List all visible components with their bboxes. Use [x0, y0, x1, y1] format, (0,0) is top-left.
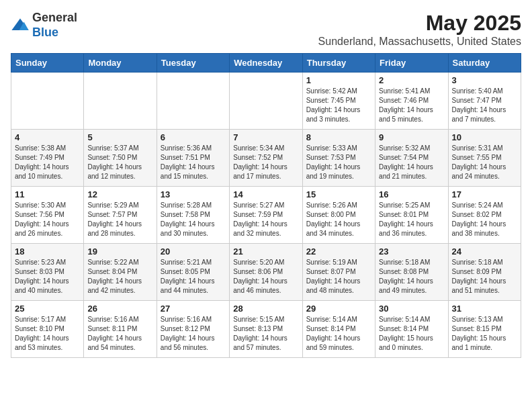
calendar-cell-w4-d2: 19Sunrise: 5:22 AM Sunset: 8:04 PM Dayli… [84, 244, 157, 301]
day-info-9: Sunrise: 5:32 AM Sunset: 7:54 PM Dayligh… [379, 144, 444, 181]
day-info-30: Sunrise: 5:14 AM Sunset: 8:14 PM Dayligh… [379, 315, 444, 353]
day-number-16: 16 [379, 189, 444, 199]
calendar-cell-w5-d1: 25Sunrise: 5:17 AM Sunset: 8:10 PM Dayli… [11, 301, 84, 358]
day-info-27: Sunrise: 5:16 AM Sunset: 8:12 PM Dayligh… [161, 315, 226, 353]
calendar-cell-w4-d7: 24Sunrise: 5:18 AM Sunset: 8:09 PM Dayli… [448, 244, 521, 301]
calendar-cell-w3-d4: 14Sunrise: 5:27 AM Sunset: 7:59 PM Dayli… [230, 187, 302, 244]
day-info-13: Sunrise: 5:28 AM Sunset: 7:58 PM Dayligh… [161, 201, 226, 238]
logo-icon [11, 16, 30, 35]
calendar-cell-w3-d6: 16Sunrise: 5:25 AM Sunset: 8:01 PM Dayli… [375, 187, 448, 244]
day-info-12: Sunrise: 5:29 AM Sunset: 7:57 PM Dayligh… [87, 201, 152, 238]
day-number-14: 14 [233, 189, 298, 199]
calendar-cell-w3-d3: 13Sunrise: 5:28 AM Sunset: 7:58 PM Dayli… [157, 187, 229, 244]
day-number-24: 24 [452, 246, 517, 257]
week-row-4: 18Sunrise: 5:23 AM Sunset: 8:03 PM Dayli… [11, 244, 521, 301]
day-number-10: 10 [452, 132, 517, 142]
day-number-13: 13 [161, 189, 226, 199]
day-info-16: Sunrise: 5:25 AM Sunset: 8:01 PM Dayligh… [379, 201, 444, 238]
calendar-cell-w1-d6: 2Sunrise: 5:41 AM Sunset: 7:46 PM Daylig… [375, 73, 448, 130]
title-area: May 2025 Sunderland, Massachusetts, Unit… [318, 11, 521, 48]
day-info-3: Sunrise: 5:40 AM Sunset: 7:47 PM Dayligh… [452, 87, 517, 124]
calendar-header-row: Sunday Monday Tuesday Wednesday Thursday… [11, 54, 521, 73]
logo-general-text: General [32, 11, 77, 26]
calendar-cell-w5-d7: 31Sunrise: 5:13 AM Sunset: 8:15 PM Dayli… [448, 301, 521, 358]
day-number-21: 21 [233, 246, 298, 257]
calendar-cell-w1-d4 [230, 73, 302, 130]
day-number-1: 1 [306, 75, 371, 85]
day-info-15: Sunrise: 5:26 AM Sunset: 8:00 PM Dayligh… [306, 201, 371, 238]
day-number-5: 5 [87, 132, 152, 142]
calendar-cell-w1-d7: 3Sunrise: 5:40 AM Sunset: 7:47 PM Daylig… [448, 73, 521, 130]
day-number-2: 2 [379, 75, 444, 85]
day-number-11: 11 [15, 189, 80, 199]
calendar-cell-w1-d5: 1Sunrise: 5:42 AM Sunset: 7:45 PM Daylig… [302, 73, 375, 130]
day-info-26: Sunrise: 5:16 AM Sunset: 8:11 PM Dayligh… [87, 315, 152, 353]
day-number-4: 4 [15, 132, 80, 142]
day-info-31: Sunrise: 5:13 AM Sunset: 8:15 PM Dayligh… [452, 315, 517, 353]
day-info-4: Sunrise: 5:38 AM Sunset: 7:49 PM Dayligh… [15, 144, 80, 181]
day-number-15: 15 [306, 189, 371, 199]
calendar-cell-w2-d3: 6Sunrise: 5:36 AM Sunset: 7:51 PM Daylig… [157, 130, 229, 187]
col-wednesday: Wednesday [230, 54, 302, 73]
day-number-9: 9 [379, 132, 444, 142]
day-info-17: Sunrise: 5:24 AM Sunset: 8:02 PM Dayligh… [452, 201, 517, 238]
calendar-cell-w3-d5: 15Sunrise: 5:26 AM Sunset: 8:00 PM Dayli… [302, 187, 375, 244]
calendar-cell-w1-d1 [11, 73, 84, 130]
col-tuesday: Tuesday [157, 54, 229, 73]
calendar-cell-w2-d6: 9Sunrise: 5:32 AM Sunset: 7:54 PM Daylig… [375, 130, 448, 187]
calendar-cell-w5-d6: 30Sunrise: 5:14 AM Sunset: 8:14 PM Dayli… [375, 301, 448, 358]
calendar-cell-w2-d4: 7Sunrise: 5:34 AM Sunset: 7:52 PM Daylig… [230, 130, 302, 187]
day-number-29: 29 [306, 304, 371, 314]
calendar-cell-w2-d1: 4Sunrise: 5:38 AM Sunset: 7:49 PM Daylig… [11, 130, 84, 187]
day-number-17: 17 [452, 189, 517, 199]
day-info-10: Sunrise: 5:31 AM Sunset: 7:55 PM Dayligh… [452, 144, 517, 181]
location-title: Sunderland, Massachusetts, United States [318, 36, 521, 48]
day-info-18: Sunrise: 5:23 AM Sunset: 8:03 PM Dayligh… [15, 258, 80, 295]
week-row-3: 11Sunrise: 5:30 AM Sunset: 7:56 PM Dayli… [11, 187, 521, 244]
day-info-23: Sunrise: 5:18 AM Sunset: 8:08 PM Dayligh… [379, 258, 444, 295]
calendar-cell-w4-d4: 21Sunrise: 5:20 AM Sunset: 8:06 PM Dayli… [230, 244, 302, 301]
calendar-cell-w5-d4: 28Sunrise: 5:15 AM Sunset: 8:13 PM Dayli… [230, 301, 302, 358]
day-number-20: 20 [161, 246, 226, 257]
day-number-28: 28 [233, 304, 298, 314]
day-info-6: Sunrise: 5:36 AM Sunset: 7:51 PM Dayligh… [161, 144, 226, 181]
calendar-cell-w3-d2: 12Sunrise: 5:29 AM Sunset: 7:57 PM Dayli… [84, 187, 157, 244]
day-number-12: 12 [87, 189, 152, 199]
calendar-cell-w5-d2: 26Sunrise: 5:16 AM Sunset: 8:11 PM Dayli… [84, 301, 157, 358]
col-friday: Friday [375, 54, 448, 73]
day-number-3: 3 [452, 75, 517, 85]
day-info-14: Sunrise: 5:27 AM Sunset: 7:59 PM Dayligh… [233, 201, 298, 238]
day-info-20: Sunrise: 5:21 AM Sunset: 8:05 PM Dayligh… [161, 258, 226, 295]
calendar-cell-w4-d1: 18Sunrise: 5:23 AM Sunset: 8:03 PM Dayli… [11, 244, 84, 301]
day-info-7: Sunrise: 5:34 AM Sunset: 7:52 PM Dayligh… [233, 144, 298, 181]
day-number-26: 26 [87, 304, 152, 314]
week-row-2: 4Sunrise: 5:38 AM Sunset: 7:49 PM Daylig… [11, 130, 521, 187]
calendar-cell-w4-d6: 23Sunrise: 5:18 AM Sunset: 8:08 PM Dayli… [375, 244, 448, 301]
calendar-cell-w5-d3: 27Sunrise: 5:16 AM Sunset: 8:12 PM Dayli… [157, 301, 229, 358]
day-info-5: Sunrise: 5:37 AM Sunset: 7:50 PM Dayligh… [87, 144, 152, 181]
day-number-18: 18 [15, 246, 80, 257]
calendar-cell-w1-d2 [84, 73, 157, 130]
day-info-11: Sunrise: 5:30 AM Sunset: 7:56 PM Dayligh… [15, 201, 80, 238]
col-thursday: Thursday [302, 54, 375, 73]
month-title: May 2025 [318, 11, 521, 36]
day-info-28: Sunrise: 5:15 AM Sunset: 8:13 PM Dayligh… [233, 315, 298, 353]
calendar-cell-w2-d5: 8Sunrise: 5:33 AM Sunset: 7:53 PM Daylig… [302, 130, 375, 187]
week-row-5: 25Sunrise: 5:17 AM Sunset: 8:10 PM Dayli… [11, 301, 521, 358]
calendar-cell-w3-d1: 11Sunrise: 5:30 AM Sunset: 7:56 PM Dayli… [11, 187, 84, 244]
day-number-6: 6 [161, 132, 226, 142]
calendar-cell-w2-d7: 10Sunrise: 5:31 AM Sunset: 7:55 PM Dayli… [448, 130, 521, 187]
page-header: General Blue May 2025 Sunderland, Massac… [11, 11, 521, 48]
day-number-30: 30 [379, 304, 444, 314]
calendar-table: Sunday Monday Tuesday Wednesday Thursday… [11, 53, 521, 358]
day-info-1: Sunrise: 5:42 AM Sunset: 7:45 PM Dayligh… [306, 87, 371, 124]
day-info-24: Sunrise: 5:18 AM Sunset: 8:09 PM Dayligh… [452, 258, 517, 295]
day-number-7: 7 [233, 132, 298, 142]
logo-blue-text: Blue [32, 26, 77, 40]
day-number-22: 22 [306, 246, 371, 257]
day-info-29: Sunrise: 5:14 AM Sunset: 8:14 PM Dayligh… [306, 315, 371, 353]
day-info-8: Sunrise: 5:33 AM Sunset: 7:53 PM Dayligh… [306, 144, 371, 181]
day-number-31: 31 [452, 304, 517, 314]
day-info-19: Sunrise: 5:22 AM Sunset: 8:04 PM Dayligh… [87, 258, 152, 295]
calendar-cell-w4-d3: 20Sunrise: 5:21 AM Sunset: 8:05 PM Dayli… [157, 244, 229, 301]
